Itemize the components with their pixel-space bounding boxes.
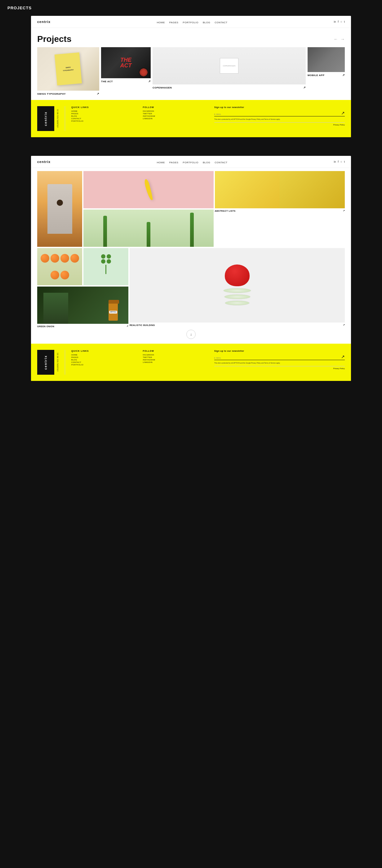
footer-email-row-1: ↗ — [214, 111, 345, 116]
project-copenhagen[interactable]: COPENHAGEN COPENHAGEN ↗ — [152, 47, 306, 95]
nav-portfolio-1[interactable]: PORTFOLIO — [183, 21, 199, 24]
nav-portfolio-2[interactable]: PORTFOLIO — [183, 161, 199, 164]
twitter-icon-2[interactable]: t — [344, 160, 345, 163]
orange-4 — [70, 254, 79, 262]
instagram-icon-2[interactable]: ○ — [341, 160, 342, 163]
project-swiss-typography[interactable]: SWISSTYPOGRAPHY SWISS TYPOGRAPHY ↗ — [37, 47, 99, 95]
abstract-label: ABSTRACT LISTS ↗ — [215, 208, 345, 215]
copenhagen-label: COPENHAGEN ↗ — [152, 85, 306, 89]
next-arrow[interactable]: → — [341, 37, 345, 41]
email-input-1[interactable] — [214, 113, 340, 115]
footer-link-portfolio-2[interactable]: PORTFOLIO — [71, 364, 137, 366]
nav-logo-2: centrix — [37, 160, 50, 164]
footer-link-contact-1[interactable]: CONTACT — [71, 118, 137, 120]
download-button[interactable]: ↓ — [186, 330, 196, 339]
follow-list-1: FACEBOOK TWITTER INSTAGRAM LINKEDIN — [143, 110, 208, 120]
quick-links-title-1: Quick Links — [71, 106, 137, 108]
submit-arrow-2[interactable]: ↗ — [341, 354, 345, 359]
nav-blog-2[interactable]: BLOG — [203, 161, 210, 164]
building2-arrow-icon: ↗ — [343, 324, 345, 326]
footer-link-home-2[interactable]: HOME — [71, 354, 137, 356]
nav-contact-1[interactable]: CONTACT — [215, 21, 228, 24]
footer-logo-block-1: centrix — [37, 106, 54, 131]
footer-phone-1: +31(625) 521 60 21 — [57, 109, 59, 128]
footer-facebook-1[interactable]: FACEBOOK — [143, 110, 208, 112]
footer-link-blog-1[interactable]: BLOG — [71, 115, 137, 117]
green-onion2-arrow-icon: ↗ — [127, 325, 129, 328]
email-input-2[interactable] — [214, 357, 340, 359]
nav-pages-1[interactable]: PAGES — [169, 21, 178, 24]
newsletter-title-1: Sign up to our newsletter — [214, 106, 345, 108]
instagram-icon[interactable]: ○ — [341, 20, 342, 23]
footer-link-contact-2[interactable]: CONTACT — [71, 361, 137, 363]
project-oranges-card[interactable]: BANANA ↗ — [37, 248, 82, 285]
facebook-icon[interactable]: f — [338, 20, 339, 23]
footer-newsletter-1: Sign up to our newsletter ↗ This site is… — [214, 106, 345, 126]
nav-links-2: HOME PAGES PORTFOLIO BLOG CONTACT — [157, 159, 228, 164]
footer-phone-2: +31(625) 521 60 21 — [57, 353, 59, 372]
nav-pages-2[interactable]: PAGES — [169, 161, 178, 164]
project-banana-card[interactable]: BANANA ↗ — [83, 171, 214, 208]
project-clover-card[interactable]: ABSTRACT LISTS ↗ — [83, 248, 128, 285]
footer-facebook-2[interactable]: FACEBOOK — [143, 354, 208, 356]
quick-links-list-1: HOME PAGES BLOG CONTACT PORTFOLIO — [71, 110, 137, 122]
projects-nav-arrows: ← → — [334, 37, 345, 41]
footer-link-home-1[interactable]: HOME — [71, 110, 137, 112]
footer-link-pages-1[interactable]: PAGES — [71, 113, 137, 115]
project-apple-card[interactable]: REALISTIC BUILDING ↗ — [130, 248, 345, 324]
submit-arrow-1[interactable]: ↗ — [341, 111, 345, 115]
footer-instagram-2[interactable]: INSTAGRAM — [143, 359, 208, 361]
footer-logo-text-2: centrix — [44, 355, 47, 370]
footer-yellow-1: centrix +31(625) 521 60 21 Quick Links H… — [31, 100, 351, 137]
project-building-card[interactable]: REALISTIC BUILDING ↗ — [37, 171, 82, 247]
footer-linkedin-2[interactable]: LINKEDIN — [143, 361, 208, 363]
quick-links-list-2: HOME PAGES BLOG CONTACT PORTFOLIO — [71, 354, 137, 366]
portfolio-row-2: BANANA ↗ — [37, 248, 345, 324]
footer-privacy-2[interactable]: Privacy Policy — [214, 366, 345, 369]
projects-grid-1: SWISSTYPOGRAPHY SWISS TYPOGRAPHY ↗ THEAC… — [31, 47, 351, 100]
linkedin-icon-2[interactable]: in — [334, 160, 336, 163]
nav-blog-1[interactable]: BLOG — [203, 21, 210, 24]
green-onion2-label: GREEN ONION ↗ — [37, 324, 128, 330]
footer-twitter-2[interactable]: TWITTER — [143, 356, 208, 358]
swiss-arrow-icon: ↗ — [97, 92, 100, 95]
project-happy-pills-card[interactable]: HAPPY PILLS GREEN ONION ↗ — [37, 286, 128, 324]
footer-twitter-1[interactable]: TWITTER — [143, 113, 208, 115]
orange-5 — [50, 271, 59, 279]
projects-header: Projects ← → — [31, 28, 351, 47]
realistic-building2-label: REALISTIC BUILDING ↗ — [130, 322, 345, 329]
nav-home-2[interactable]: HOME — [157, 161, 165, 164]
footer-link-portfolio-1[interactable]: PORTFOLIO — [71, 120, 137, 122]
nav-logo-1: centrix — [37, 20, 50, 24]
project-the-act[interactable]: THEACT THE ACT ↗ — [101, 47, 151, 95]
footer-link-blog-2[interactable]: BLOG — [71, 359, 137, 361]
footer-email-row-2: ↗ — [214, 354, 345, 360]
facebook-icon-2[interactable]: f — [338, 160, 339, 163]
browser-mockup-1: centrix HOME PAGES PORTFOLIO BLOG CONTAC… — [31, 16, 351, 137]
footer-disclaimer-1: This site is protected by reCAPTCHA and … — [214, 118, 345, 120]
project-green-onion-card[interactable]: GREEN ONION ↗ — [83, 210, 214, 247]
footer-yellow-2: centrix +31(625) 521 60 21 Quick Links H… — [31, 344, 351, 381]
footer-link-pages-2[interactable]: PAGES — [71, 356, 137, 358]
footer-linkedin-1[interactable]: LINKEDIN — [143, 118, 208, 120]
footer-instagram-1[interactable]: INSTAGRAM — [143, 115, 208, 117]
mobile-arrow-icon: ↗ — [342, 73, 345, 77]
follow-title-2: Follow — [143, 350, 208, 352]
portfolio-row-1: REALISTIC BUILDING ↗ BANANA ↗ — [37, 171, 345, 247]
linkedin-icon[interactable]: in — [334, 20, 336, 23]
follow-title-1: Follow — [143, 106, 208, 108]
nav-contact-2[interactable]: CONTACT — [215, 161, 228, 164]
twitter-icon[interactable]: t — [344, 20, 345, 23]
prev-arrow[interactable]: ← — [334, 37, 338, 41]
nav-home-1[interactable]: HOME — [157, 21, 165, 24]
mobile-app-label: MOBILE APP ↗ — [308, 72, 345, 77]
footer-follow-2: Follow FACEBOOK TWITTER INSTAGRAM LINKED… — [143, 350, 208, 363]
project-mobile-app[interactable]: MOBILE APP ↗ — [308, 47, 345, 95]
footer-privacy-1[interactable]: Privacy Policy — [214, 122, 345, 126]
footer-quick-links-2: Quick Links HOME PAGES BLOG CONTACT PORT… — [71, 350, 137, 366]
page-title: PROJECTS — [0, 0, 382, 16]
the-act-text: THEACT — [120, 57, 132, 68]
project-abstract-card[interactable]: ABSTRACT LISTS ↗ — [215, 171, 345, 208]
newsletter-title-2: Sign up to our newsletter — [214, 350, 345, 352]
copenhagen-text: COPENHAGEN — [223, 65, 236, 67]
